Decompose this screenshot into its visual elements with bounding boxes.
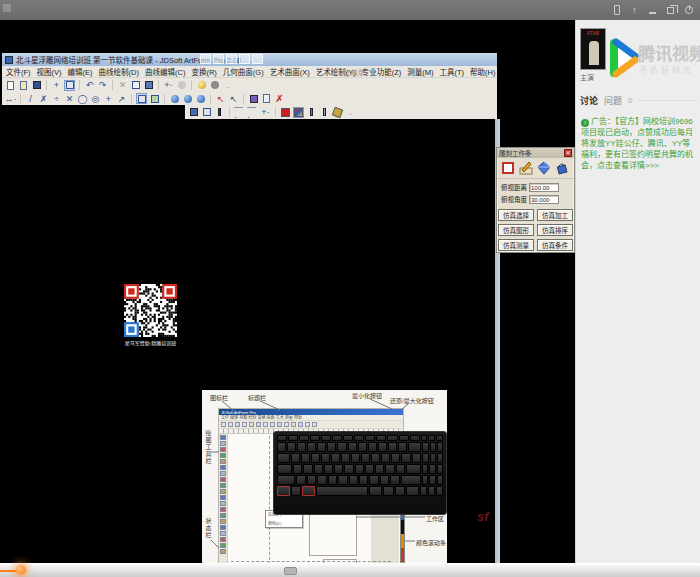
palette-button[interactable]: 仿真测量 — [498, 239, 534, 251]
palette-button[interactable]: 仿真图形 — [498, 224, 534, 236]
keyboard-key — [277, 435, 287, 441]
redo-icon[interactable]: ↷ — [97, 80, 108, 91]
keyboard-key — [401, 475, 421, 485]
cross-tool-icon[interactable]: ✕ — [64, 93, 75, 104]
color-pencil-icon[interactable] — [306, 107, 317, 118]
palette-titlebar[interactable]: 雕刻工作条 ✕ — [497, 148, 574, 158]
ghost-button — [252, 54, 263, 64]
menu-item[interactable]: 专业功能(Z) — [362, 66, 402, 77]
view-distance-input[interactable]: 100.00 — [529, 183, 559, 192]
pencil-icon[interactable] — [214, 107, 225, 118]
player-progress-bar[interactable] — [0, 563, 700, 577]
point-tool-icon[interactable]: + — [103, 93, 114, 104]
gray-pencil-icon[interactable] — [319, 107, 330, 118]
upload-arrow-icon[interactable]: ↑ — [629, 5, 640, 16]
new-file-icon[interactable] — [5, 80, 16, 91]
ghost-button — [226, 54, 237, 64]
keyboard-key — [297, 442, 306, 452]
diamond-surface-icon[interactable] — [537, 161, 551, 175]
offset-icon[interactable] — [176, 80, 187, 91]
menu-item[interactable]: 几何曲面(G) — [223, 66, 264, 77]
menu-item[interactable]: 测量(M) — [407, 66, 433, 77]
phone-icon[interactable] — [611, 5, 622, 16]
paint-bucket-icon[interactable] — [332, 107, 343, 118]
player-titlebar[interactable]: ↑ — [0, 0, 700, 20]
menu-item[interactable]: 曲线编辑(C) — [145, 66, 185, 77]
palette-button[interactable]: 仿真选择 — [498, 209, 534, 221]
keyboard-key — [436, 435, 443, 441]
close-icon[interactable]: ✕ — [564, 149, 572, 157]
keyboard-key — [287, 442, 296, 452]
tab-discuss[interactable]: 讨论 — [580, 94, 598, 107]
menu-item[interactable]: 编辑(E) — [68, 66, 93, 77]
book-icon[interactable] — [188, 107, 199, 118]
undo-icon[interactable]: ↶ — [84, 80, 95, 91]
node-select-icon[interactable] — [64, 80, 75, 91]
keyboard-key — [430, 453, 436, 463]
open-file-icon[interactable] — [18, 80, 29, 91]
linewidth-icon[interactable]: +· — [260, 107, 271, 118]
pan-icon[interactable]: ↔· — [5, 93, 16, 104]
midpoint-tool-icon[interactable]: ÷ — [51, 93, 62, 104]
carve-pencil-icon[interactable] — [519, 161, 533, 175]
plus-tool-icon[interactable]: + — [51, 80, 62, 91]
video-thumbnail[interactable]: ATAB — [580, 28, 606, 70]
keyboard-key — [436, 486, 443, 496]
menu-item[interactable]: 曲线绘制(D) — [99, 66, 139, 77]
palette-button[interactable]: 仿真排序 — [537, 224, 573, 236]
pick-cursor-icon[interactable]: ↖ — [215, 93, 226, 104]
menu-item[interactable]: 工具(T) — [440, 66, 465, 77]
restore-icon[interactable] — [665, 5, 676, 16]
paste-icon[interactable] — [143, 80, 154, 91]
keyboard-key — [277, 442, 286, 452]
toolbar-more-dot: . — [222, 80, 233, 91]
save-icon[interactable] — [31, 80, 42, 91]
menu-item[interactable]: 视图(V) — [37, 66, 62, 77]
lamp-on-icon[interactable] — [196, 80, 207, 91]
view-angle-input[interactable]: 30.000 — [529, 195, 559, 204]
delete-icon[interactable]: ✗ — [274, 93, 285, 104]
view-distance-label: 俯视距离 — [501, 182, 527, 192]
notes-icon[interactable] — [261, 93, 272, 104]
menu-item[interactable]: 变换(R) — [191, 66, 216, 77]
keyboard-key — [383, 486, 393, 496]
line-tool-icon[interactable]: / — [25, 93, 36, 104]
sphere-icon[interactable] — [169, 93, 180, 104]
paint-bucket-icon[interactable] — [555, 161, 569, 175]
copy-icon[interactable] — [130, 80, 141, 91]
keyboard-key — [422, 442, 428, 452]
keyboard-key — [406, 486, 419, 496]
announcement-link[interactable]: !广告：【官方】网校培训9696项目现已启动，点赞成功后每月将发放YY娃公仔、腾… — [581, 116, 695, 171]
linestyle-solid-icon[interactable]: —· — [234, 107, 245, 118]
linestyle-dash-icon[interactable]: —· — [247, 107, 258, 118]
stock-select-icon[interactable] — [501, 161, 515, 175]
polyline-tool-icon[interactable]: ✗ — [38, 93, 49, 104]
progress-handle[interactable] — [16, 565, 26, 575]
keyboard-key — [408, 442, 421, 452]
power-close-icon[interactable] — [683, 5, 694, 16]
lamp-off-icon[interactable] — [209, 80, 220, 91]
grid-toggle-icon[interactable] — [136, 93, 147, 104]
palette-button[interactable]: 仿真条件 — [537, 239, 573, 251]
menu-item[interactable]: 帮助(H) — [470, 66, 495, 77]
menu-item[interactable]: 艺术曲面(X) — [270, 66, 310, 77]
palette-button[interactable]: 仿真加工 — [537, 209, 573, 221]
arrow-tool-icon[interactable]: ↗ — [116, 93, 127, 104]
minimize-icon[interactable] — [647, 5, 658, 16]
scrollbar-handle[interactable] — [284, 567, 297, 575]
gradient-swatch[interactable] — [293, 107, 304, 118]
table-pencil-icon[interactable] — [201, 107, 212, 118]
keyboard-key — [376, 435, 386, 441]
cut-icon[interactable]: ✕ — [117, 80, 128, 91]
ellipse-tool-icon[interactable]: ◎ — [90, 93, 101, 104]
video-surface[interactable]: 北斗星浮雕网络培训班 第一节软件基础课 - JDSoft ArtForm Pro… — [0, 20, 575, 563]
zoom-in-icon[interactable]: +· — [163, 80, 174, 91]
circle-tool-icon[interactable]: ◯ — [77, 93, 88, 104]
sphere-icon[interactable] — [195, 93, 206, 104]
tab-question[interactable]: 问题 — [604, 94, 622, 107]
keyboard-key — [331, 453, 340, 463]
menu-item[interactable]: 文件(F) — [6, 66, 31, 77]
fill-toggle-icon[interactable] — [149, 93, 160, 104]
sphere-icon[interactable] — [182, 93, 193, 104]
line-color-swatch[interactable] — [280, 107, 291, 118]
